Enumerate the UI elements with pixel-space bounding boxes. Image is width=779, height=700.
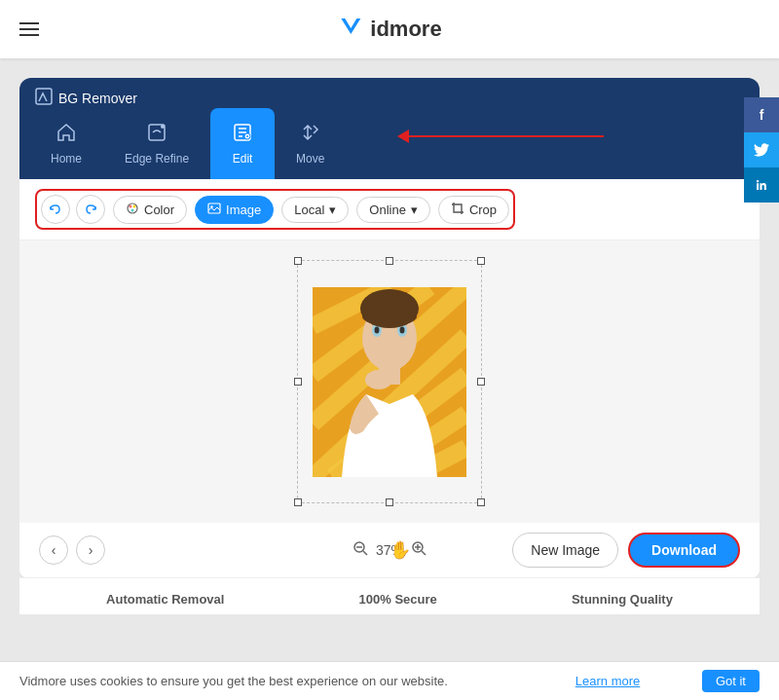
local-chevron-icon: ▾ — [329, 203, 336, 217]
action-buttons: New Image Download — [512, 533, 740, 568]
svg-point-32 — [362, 307, 417, 326]
feature-secure: 100% Secure — [359, 592, 437, 607]
prev-button[interactable]: ‹ — [39, 535, 68, 565]
header: idmore — [0, 0, 779, 58]
crop-icon — [451, 202, 464, 218]
zoom-out-icon[interactable] — [352, 540, 368, 560]
svg-point-9 — [131, 208, 134, 211]
tab-home-label: Home — [51, 152, 82, 166]
download-button[interactable]: Download — [628, 533, 740, 568]
bottom-bar: ‹ › 37% — [19, 523, 760, 577]
handle-bottom-left[interactable] — [294, 498, 302, 506]
crop-label: Crop — [469, 203, 497, 217]
handle-bottom-mid[interactable] — [386, 498, 393, 506]
feature-automatic: Automatic Removal — [106, 592, 224, 607]
features-row: Automatic Removal 100% Secure Stunning Q… — [19, 577, 760, 614]
image-button[interactable]: Image — [195, 196, 274, 224]
main-content: BG Remover Home — [0, 58, 779, 661]
hamburger-menu[interactable] — [19, 22, 39, 36]
undo-button[interactable] — [41, 195, 70, 224]
logo-text: idmore — [370, 17, 441, 42]
svg-point-8 — [133, 204, 136, 207]
logo: idmore — [337, 13, 441, 46]
facebook-button[interactable]: f — [744, 97, 779, 132]
edit-icon — [232, 122, 253, 148]
svg-rect-24 — [374, 370, 381, 385]
pan-icon[interactable]: ✋ — [390, 539, 411, 561]
svg-rect-26 — [388, 372, 393, 384]
bg-remover-icon — [35, 88, 53, 108]
social-sidebar: f — [744, 97, 779, 203]
bg-remover-label: BG Remover — [19, 78, 760, 108]
twitter-button[interactable] — [744, 132, 779, 167]
svg-marker-0 — [341, 18, 360, 34]
nav-arrows: ‹ › — [39, 535, 105, 565]
image-container[interactable] — [297, 260, 482, 503]
online-button[interactable]: Online ▾ — [356, 197, 430, 223]
next-button[interactable]: › — [76, 535, 105, 565]
svg-rect-23 — [367, 373, 374, 385]
new-image-button[interactable]: New Image — [512, 533, 618, 568]
tab-edge-refine-label: Edge Refine — [125, 152, 189, 166]
online-chevron-icon: ▾ — [411, 203, 418, 217]
home-icon — [56, 122, 77, 148]
photo — [313, 287, 466, 477]
tab-edge-refine[interactable]: Edge Refine — [103, 108, 210, 179]
logo-icon — [337, 13, 364, 46]
image-icon — [207, 202, 221, 218]
redo-button[interactable] — [76, 195, 105, 224]
image-label: Image — [226, 203, 261, 217]
crop-button[interactable]: Crop — [438, 196, 509, 224]
handle-top-left[interactable] — [294, 257, 302, 265]
arrow-head — [397, 129, 409, 143]
feature-quality: Stunning Quality — [572, 592, 673, 607]
tab-home[interactable]: Home — [29, 108, 103, 179]
local-button[interactable]: Local ▾ — [281, 197, 349, 223]
cookie-bar: Vidmore uses cookies to ensure you get t… — [0, 661, 779, 700]
color-icon — [126, 202, 139, 218]
tab-edit[interactable]: Edit — [210, 108, 275, 179]
canvas-area — [19, 240, 760, 523]
arrow-annotation — [397, 129, 604, 143]
arrow-line — [409, 135, 604, 137]
handle-mid-right[interactable] — [477, 378, 485, 386]
tab-move[interactable]: Move — [275, 108, 346, 179]
tab-edit-label: Edit — [233, 152, 253, 166]
svg-rect-25 — [381, 369, 388, 385]
zoom-in-icon[interactable] — [411, 540, 427, 560]
linkedin-button[interactable] — [744, 167, 779, 203]
color-button[interactable]: Color — [113, 196, 187, 224]
color-label: Color — [144, 203, 174, 217]
toolbar: Color Image Local — [19, 179, 760, 240]
tabs-bar: Home Edge Refine — [19, 108, 760, 179]
person-svg — [313, 287, 466, 477]
app-card: BG Remover Home — [19, 78, 760, 577]
cookie-text: Vidmore uses cookies to ensure you get t… — [19, 674, 448, 688]
content-wrapper: Color Image Local — [19, 179, 760, 577]
online-label: Online — [369, 203, 406, 217]
cookie-learn-more[interactable]: Learn more — [575, 674, 640, 688]
move-icon — [300, 122, 321, 148]
undo-redo-group — [41, 195, 105, 224]
cookie-got-it-button[interactable]: Got it — [702, 670, 760, 692]
toolbar-outline: Color Image Local — [35, 189, 515, 230]
svg-point-30 — [400, 326, 405, 333]
handle-top-mid[interactable] — [386, 257, 393, 265]
edge-refine-icon — [146, 122, 167, 148]
tab-move-label: Move — [296, 152, 324, 166]
handle-bottom-right[interactable] — [477, 498, 485, 506]
local-label: Local — [294, 203, 324, 217]
svg-point-29 — [375, 326, 380, 333]
handle-top-right[interactable] — [477, 257, 485, 265]
svg-point-3 — [161, 125, 165, 129]
bg-remover-text: BG Remover — [58, 91, 137, 106]
handle-mid-left[interactable] — [294, 378, 302, 386]
svg-point-7 — [130, 204, 132, 207]
